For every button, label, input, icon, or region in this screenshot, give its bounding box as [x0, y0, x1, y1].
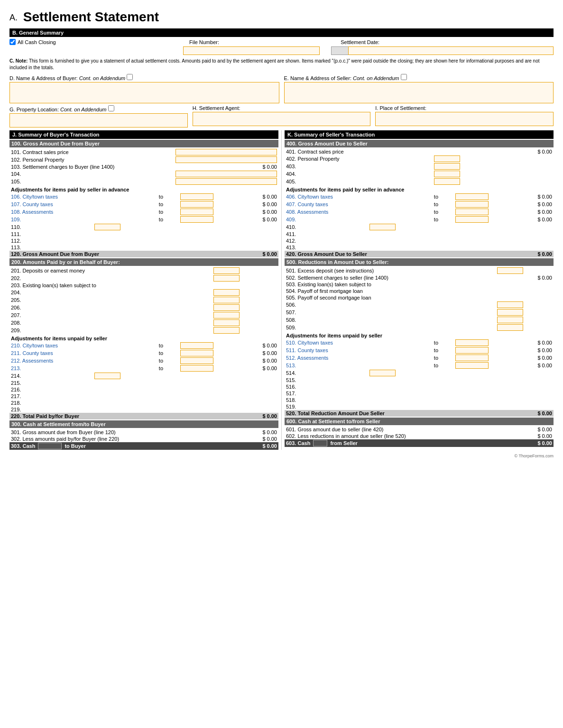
- property-location-col: G. Property Location: Cont. on Addendum: [9, 105, 188, 127]
- seller-blank-table-2: 514. 515. 516. 517. 518. 519.: [285, 369, 554, 410]
- table-row: 208.: [9, 319, 278, 327]
- row-103-val: $ 0.00: [174, 164, 279, 170]
- file-number-input[interactable]: [183, 46, 320, 55]
- table-row: 216.: [9, 386, 278, 393]
- amounts-paid-header: 200. Amounts Paid by or in Behalf of Buy…: [9, 258, 278, 266]
- buyer-adj-unpaid-table: 210. City/town taxes to $ 0.00 211. Coun…: [9, 342, 278, 372]
- row-510-date[interactable]: [455, 339, 489, 346]
- row-213-date[interactable]: [180, 365, 213, 372]
- property-location-input[interactable]: [9, 113, 188, 127]
- row-409-date[interactable]: [455, 216, 489, 223]
- buyer-addendum-checkbox[interactable]: [127, 74, 133, 80]
- row-110-input[interactable]: [94, 224, 120, 230]
- settlement-date-label: Settlement Date:: [341, 39, 554, 45]
- row-108-date[interactable]: [180, 209, 213, 215]
- table-row: 510. City/town taxes to $ 0.00: [285, 339, 554, 346]
- table-row: 203. Existing loan(s) taken subject to: [9, 282, 278, 289]
- row-120: 120. Gross Amount Due from Buyer $ 0.00: [9, 251, 278, 257]
- table-row: 109. to $ 0.00: [9, 216, 278, 223]
- table-row: 518.: [285, 397, 554, 403]
- buyer-address-input[interactable]: [9, 82, 279, 103]
- table-row: 211. County taxes to $ 0.00: [9, 349, 278, 357]
- buyer-gross-table: 101. Contract sales price 102. Personal …: [9, 148, 278, 185]
- row-101-input[interactable]: [175, 149, 277, 155]
- row-403-input[interactable]: [434, 163, 460, 170]
- row-603-to-input[interactable]: [313, 440, 327, 446]
- row-401-label: 401. Contract sales price: [285, 148, 433, 155]
- row-107-date[interactable]: [180, 201, 213, 208]
- row-207-input[interactable]: [213, 312, 240, 318]
- table-row: 515.: [285, 377, 554, 383]
- seller-address-input[interactable]: [284, 82, 554, 103]
- row-506-input[interactable]: [497, 301, 523, 308]
- row-303-from-input[interactable]: [38, 443, 62, 449]
- row-513-date[interactable]: [455, 362, 489, 369]
- row-501-input[interactable]: [497, 267, 523, 274]
- row-201-input[interactable]: [213, 267, 240, 274]
- table-row: 401. Contract sales price $ 0.00: [285, 148, 554, 155]
- row-404-input[interactable]: [434, 171, 460, 177]
- table-row: 101. Contract sales price: [9, 148, 278, 156]
- buyer-address-col: D. Name & Address of Buyer: Cont. on Add…: [9, 74, 279, 103]
- row-210-date[interactable]: [180, 342, 213, 349]
- table-row: 502. Settlement charges to seller (line …: [285, 274, 554, 281]
- page-container: A. Settlement Statement B. General Summa…: [9, 9, 554, 458]
- row-208-input[interactable]: [213, 319, 240, 326]
- row-407-date[interactable]: [455, 201, 489, 208]
- row-202-input[interactable]: [213, 275, 240, 282]
- table-row: 102. Personal Property: [9, 156, 278, 164]
- row-206-input[interactable]: [213, 304, 240, 311]
- row-507-input[interactable]: [497, 309, 523, 316]
- buyer-cash-settlement-header: 300. Cash at Settlement from/to Buyer: [9, 420, 278, 428]
- row-214-input[interactable]: [94, 373, 120, 379]
- table-row: 205.: [9, 296, 278, 304]
- row-402-input[interactable]: [434, 155, 460, 162]
- table-row: 506.: [285, 301, 554, 309]
- table-row: 403.: [285, 163, 554, 170]
- place-of-settlement-col: I. Place of Settlement:: [375, 105, 554, 127]
- row-106-date[interactable]: [180, 193, 213, 200]
- row-509-input[interactable]: [497, 324, 523, 331]
- row-204-input[interactable]: [213, 289, 240, 296]
- seller-addendum-checkbox[interactable]: [401, 74, 407, 80]
- row-209-input[interactable]: [213, 327, 240, 334]
- table-row: 217.: [9, 393, 278, 400]
- property-addendum-checkbox[interactable]: [108, 105, 114, 111]
- note-section: C. Note: This form is furnished to give …: [9, 58, 554, 71]
- seller-adj-seller-table: 406. City/town taxes to $ 0.00 407. Coun…: [285, 193, 554, 223]
- row-406-date[interactable]: [455, 193, 489, 200]
- table-row: 104.: [9, 170, 278, 178]
- settlement-agent-input[interactable]: [193, 112, 371, 126]
- row-211-date[interactable]: [180, 350, 213, 356]
- table-row: 405.: [285, 178, 554, 185]
- all-cash-closing-checkbox[interactable]: [9, 39, 16, 45]
- row-512-date[interactable]: [455, 355, 489, 361]
- row-105-input[interactable]: [175, 178, 277, 185]
- row-120-amount: $ 0.00: [235, 251, 278, 257]
- buyer-adj-unpaid-header: Adjustments for items unpaid by seller: [9, 334, 278, 342]
- row-102-input[interactable]: [175, 156, 277, 163]
- row-508-input[interactable]: [497, 317, 523, 323]
- row-514-input[interactable]: [369, 370, 396, 376]
- seller-transaction-col: K. Summary of Seller's Transaction 400. …: [282, 130, 554, 450]
- row-511-date[interactable]: [455, 347, 489, 354]
- table-row: 516.: [285, 383, 554, 390]
- row-102-label: 102. Personal Property: [9, 156, 174, 164]
- table-row: 213. to $ 0.00: [9, 364, 278, 372]
- row-108-label: 108. Assessments: [9, 208, 157, 216]
- row-408-date[interactable]: [455, 209, 489, 215]
- row-212-date[interactable]: [180, 357, 213, 364]
- row-220-label: 220. Total Paid by/for Buyer: [9, 413, 226, 419]
- row-109-date[interactable]: [180, 216, 213, 223]
- agent-label: H. Settlement Agent:: [193, 105, 371, 111]
- seller-adj-unpaid-table: 510. City/town taxes to $ 0.00 511. Coun…: [285, 339, 554, 369]
- row-410-input[interactable]: [369, 224, 396, 230]
- title-main: Settlement Statement: [23, 9, 159, 24]
- place-input[interactable]: [375, 112, 554, 126]
- row-405-input[interactable]: [434, 178, 460, 185]
- row-205-input[interactable]: [213, 297, 240, 303]
- row-101-label: 101. Contract sales price: [9, 148, 174, 156]
- row-107-label: 107. County taxes: [9, 200, 157, 208]
- row-104-input[interactable]: [175, 171, 277, 177]
- settlement-date-input[interactable]: [348, 46, 554, 55]
